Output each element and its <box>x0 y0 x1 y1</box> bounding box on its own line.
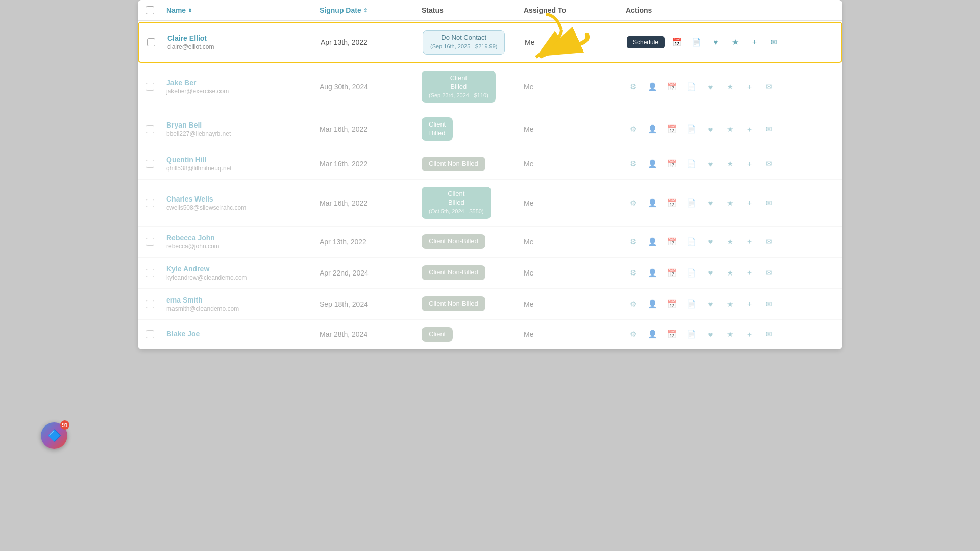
user-icon[interactable]: 👤 <box>645 235 659 249</box>
calendar-icon[interactable]: 📅 <box>665 122 679 136</box>
mail-icon[interactable]: ✉ <box>767 35 781 49</box>
plus-icon[interactable]: ＋ <box>747 35 762 49</box>
heart-icon[interactable]: ♥ <box>703 196 718 210</box>
heart-icon[interactable]: ♥ <box>703 235 718 249</box>
row-checkbox[interactable] <box>146 269 166 277</box>
gear-icon[interactable]: ⚙ <box>626 157 640 171</box>
document-icon[interactable]: 📄 <box>684 266 698 280</box>
mail-icon[interactable]: ✉ <box>762 327 776 341</box>
star-icon[interactable]: ★ <box>723 327 737 341</box>
client-name[interactable]: Charles Wells <box>166 195 320 203</box>
star-icon[interactable]: ★ <box>723 122 737 136</box>
gear-icon[interactable]: ⚙ <box>626 266 640 280</box>
row-checkbox[interactable] <box>146 160 166 168</box>
plus-icon[interactable]: ＋ <box>742 122 756 136</box>
plus-icon[interactable]: ＋ <box>742 266 756 280</box>
star-icon[interactable]: ★ <box>728 35 742 49</box>
client-name[interactable]: Quentin Hill <box>166 156 320 164</box>
row-checkbox[interactable] <box>147 38 167 46</box>
row-checkbox[interactable] <box>146 83 166 91</box>
row-checkbox[interactable] <box>146 330 166 338</box>
gear-icon[interactable]: ⚙ <box>626 327 640 341</box>
star-icon[interactable]: ★ <box>723 266 737 280</box>
user-icon[interactable]: 👤 <box>645 80 659 94</box>
client-name[interactable]: ema Smith <box>166 296 320 304</box>
document-icon[interactable]: 📄 <box>684 196 698 210</box>
calendar-icon[interactable]: 📅 <box>665 235 679 249</box>
user-icon[interactable]: 👤 <box>645 196 659 210</box>
plus-icon[interactable]: ＋ <box>742 235 756 249</box>
user-icon[interactable]: 👤 <box>645 297 659 311</box>
calendar-icon[interactable]: 📅 <box>670 35 684 49</box>
calendar-icon[interactable]: 📅 <box>665 266 679 280</box>
plus-icon[interactable]: ＋ <box>742 297 756 311</box>
document-icon[interactable]: 📄 <box>684 80 698 94</box>
star-icon[interactable]: ★ <box>723 196 737 210</box>
plus-icon[interactable]: ＋ <box>742 157 756 171</box>
mail-icon[interactable]: ✉ <box>762 122 776 136</box>
heart-icon[interactable]: ♥ <box>703 327 718 341</box>
document-icon[interactable]: 📄 <box>684 122 698 136</box>
signup-date: Sep 18th, 2024 <box>320 300 422 308</box>
client-name[interactable]: Claire Elliot <box>167 34 321 42</box>
document-icon[interactable]: 📄 <box>689 35 703 49</box>
calendar-icon[interactable]: 📅 <box>665 196 679 210</box>
notification-badge[interactable]: 🔷 91 <box>41 422 67 449</box>
mail-icon[interactable]: ✉ <box>762 196 776 210</box>
gear-icon[interactable]: ⚙ <box>626 80 640 94</box>
heart-icon[interactable]: ♥ <box>708 35 723 49</box>
document-icon[interactable]: 📄 <box>684 235 698 249</box>
heart-icon[interactable]: ♥ <box>703 122 718 136</box>
gear-icon[interactable]: ⚙ <box>626 196 640 210</box>
calendar-icon[interactable]: 📅 <box>665 327 679 341</box>
col-name[interactable]: Name ⇕ <box>166 6 320 14</box>
user-icon[interactable]: 👤 <box>645 266 659 280</box>
mail-icon[interactable]: ✉ <box>762 157 776 171</box>
row-checkbox[interactable] <box>146 199 166 207</box>
heart-icon[interactable]: ♥ <box>703 80 718 94</box>
calendar-icon[interactable]: 📅 <box>665 157 679 171</box>
col-assigned-to: Assigned To <box>524 6 626 14</box>
plus-icon[interactable]: ＋ <box>742 80 756 94</box>
gear-icon[interactable]: ⚙ <box>626 297 640 311</box>
calendar-icon[interactable]: 📅 <box>665 297 679 311</box>
document-icon[interactable]: 📄 <box>684 327 698 341</box>
table-row: Claire Elliot claire@elliot.com Apr 13th… <box>138 22 842 63</box>
document-icon[interactable]: 📄 <box>684 157 698 171</box>
star-icon[interactable]: ★ <box>723 80 737 94</box>
star-icon[interactable]: ★ <box>723 157 737 171</box>
row-checkbox[interactable] <box>146 238 166 246</box>
client-name[interactable]: Blake Joe <box>166 330 320 338</box>
mail-icon[interactable]: ✉ <box>762 235 776 249</box>
star-icon[interactable]: ★ <box>723 297 737 311</box>
client-name[interactable]: Jake Ber <box>166 79 320 87</box>
col-actions: Actions <box>626 6 834 14</box>
plus-icon[interactable]: ＋ <box>742 196 756 210</box>
plus-icon[interactable]: ＋ <box>742 327 756 341</box>
table-row: Bryan Bell bbell227@liebnayrb.net Mar 16… <box>138 110 842 148</box>
heart-icon[interactable]: ♥ <box>703 157 718 171</box>
select-all-checkbox[interactable] <box>146 6 166 14</box>
client-name[interactable]: Bryan Bell <box>166 121 320 129</box>
table-row: Jake Ber jakeber@exercise.com Aug 30th, … <box>138 64 842 111</box>
mail-icon[interactable]: ✉ <box>762 297 776 311</box>
client-name[interactable]: Rebecca John <box>166 234 320 242</box>
heart-icon[interactable]: ♥ <box>703 297 718 311</box>
document-icon[interactable]: 📄 <box>684 297 698 311</box>
col-signup-date[interactable]: Signup Date ⇕ <box>320 6 422 14</box>
user-icon[interactable]: 👤 <box>645 122 659 136</box>
heart-icon[interactable]: ♥ <box>703 266 718 280</box>
row-checkbox[interactable] <box>146 125 166 133</box>
mail-icon[interactable]: ✉ <box>762 80 776 94</box>
row-checkbox[interactable] <box>146 300 166 308</box>
client-name[interactable]: Kyle Andrew <box>166 265 320 273</box>
user-icon[interactable]: 👤 <box>645 157 659 171</box>
calendar-icon[interactable]: 📅 <box>665 80 679 94</box>
gear-icon[interactable]: ⚙ <box>626 235 640 249</box>
client-info: Jake Ber jakeber@exercise.com <box>166 79 320 95</box>
gear-icon[interactable]: ⚙ <box>626 122 640 136</box>
user-icon[interactable]: 👤 <box>645 327 659 341</box>
mail-icon[interactable]: ✉ <box>762 266 776 280</box>
star-icon[interactable]: ★ <box>723 235 737 249</box>
schedule-button[interactable]: Schedule <box>627 36 665 48</box>
